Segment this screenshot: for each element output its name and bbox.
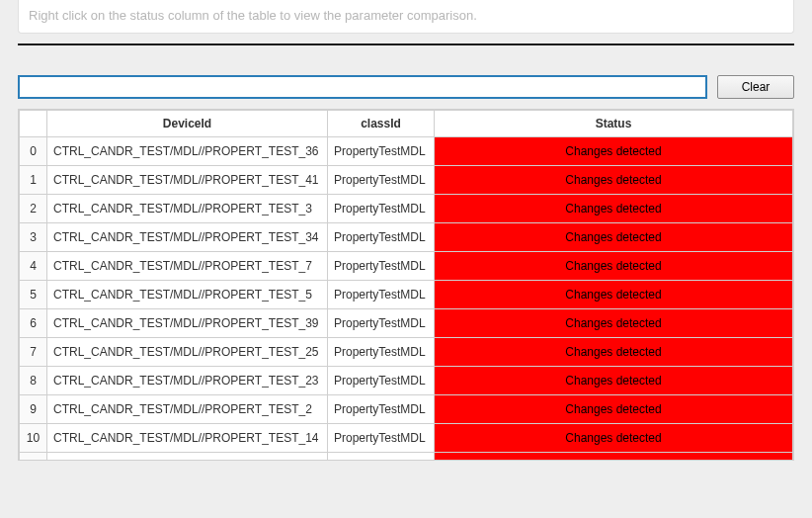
filter-row: Clear bbox=[18, 75, 794, 99]
cell-deviceid[interactable]: CTRL_CANDR_TEST/MDL//PROPERT_TEST_34 bbox=[47, 223, 328, 252]
hint-text: Right click on the status column of the … bbox=[18, 0, 794, 34]
clear-button[interactable]: Clear bbox=[717, 75, 794, 99]
cell-classid[interactable]: PropertyTestMDL bbox=[328, 252, 435, 281]
filter-input[interactable] bbox=[18, 75, 707, 99]
cell-classid[interactable]: PropertyTestMDL bbox=[328, 367, 435, 395]
row-index: 9 bbox=[20, 395, 47, 424]
row-index: 4 bbox=[20, 252, 47, 281]
row-index: 11 bbox=[20, 453, 47, 461]
cell-deviceid[interactable]: CTRL_CANDR_TEST/MDL//PROPERT_TEST_25 bbox=[47, 338, 328, 367]
row-index: 10 bbox=[20, 424, 47, 453]
cell-deviceid[interactable]: CTRL_CANDR_TEST/MDL//PROPERT_TEST_41 bbox=[47, 166, 328, 195]
cell-deviceid[interactable]: CTRL_CANDR_TEST/MDL//PROPERT_TEST_36 bbox=[47, 137, 328, 166]
cell-classid[interactable]: PropertyTestMDL bbox=[328, 223, 435, 252]
cell-deviceid[interactable]: CTRL_CANDR_TEST/MDL//PROPERT_TEST_3 bbox=[47, 195, 328, 223]
table-row: 11CTRL_CANDR_TEST/MDL//PROPERT_TEST_9Pro… bbox=[20, 453, 793, 461]
table-scroll[interactable]: DeviceId classId Status 0CTRL_CANDR_TEST… bbox=[19, 110, 793, 460]
table-row: 8CTRL_CANDR_TEST/MDL//PROPERT_TEST_23Pro… bbox=[20, 367, 793, 395]
cell-classid[interactable]: PropertyTestMDL bbox=[328, 137, 435, 166]
col-header-deviceid[interactable]: DeviceId bbox=[47, 111, 328, 137]
row-index: 1 bbox=[20, 166, 47, 195]
cell-deviceid[interactable]: CTRL_CANDR_TEST/MDL//PROPERT_TEST_39 bbox=[47, 309, 328, 338]
cell-status[interactable]: Changes detected bbox=[435, 252, 793, 281]
cell-status[interactable]: Changes detected bbox=[435, 166, 793, 195]
row-index: 3 bbox=[20, 223, 47, 252]
cell-classid[interactable]: PropertyTestMDL bbox=[328, 424, 435, 453]
cell-status[interactable]: Changes detected bbox=[435, 367, 793, 395]
cell-deviceid[interactable]: CTRL_CANDR_TEST/MDL//PROPERT_TEST_23 bbox=[47, 367, 328, 395]
table-row: 4CTRL_CANDR_TEST/MDL//PROPERT_TEST_7Prop… bbox=[20, 252, 793, 281]
col-header-status[interactable]: Status bbox=[435, 111, 793, 137]
table-row: 9CTRL_CANDR_TEST/MDL//PROPERT_TEST_2Prop… bbox=[20, 395, 793, 424]
table-row: 10CTRL_CANDR_TEST/MDL//PROPERT_TEST_14Pr… bbox=[20, 424, 793, 453]
divider bbox=[18, 43, 794, 45]
table-row: 0CTRL_CANDR_TEST/MDL//PROPERT_TEST_36Pro… bbox=[20, 137, 793, 166]
cell-status[interactable]: Changes detected bbox=[435, 195, 793, 223]
cell-status[interactable]: Changes detected bbox=[435, 338, 793, 367]
cell-status[interactable]: Changes detected bbox=[435, 453, 793, 461]
table-row: 7CTRL_CANDR_TEST/MDL//PROPERT_TEST_25Pro… bbox=[20, 338, 793, 367]
cell-status[interactable]: Changes detected bbox=[435, 395, 793, 424]
cell-status[interactable]: Changes detected bbox=[435, 424, 793, 453]
results-table: DeviceId classId Status 0CTRL_CANDR_TEST… bbox=[18, 109, 794, 461]
col-header-classid[interactable]: classId bbox=[328, 111, 435, 137]
cell-classid[interactable]: PropertyTestMDL bbox=[328, 453, 435, 461]
cell-status[interactable]: Changes detected bbox=[435, 281, 793, 309]
table-row: 5CTRL_CANDR_TEST/MDL//PROPERT_TEST_5Prop… bbox=[20, 281, 793, 309]
cell-classid[interactable]: PropertyTestMDL bbox=[328, 166, 435, 195]
cell-classid[interactable]: PropertyTestMDL bbox=[328, 195, 435, 223]
table-row: 3CTRL_CANDR_TEST/MDL//PROPERT_TEST_34Pro… bbox=[20, 223, 793, 252]
row-index: 7 bbox=[20, 338, 47, 367]
cell-deviceid[interactable]: CTRL_CANDR_TEST/MDL//PROPERT_TEST_7 bbox=[47, 252, 328, 281]
table-row: 2CTRL_CANDR_TEST/MDL//PROPERT_TEST_3Prop… bbox=[20, 195, 793, 223]
row-index: 0 bbox=[20, 137, 47, 166]
cell-deviceid[interactable]: CTRL_CANDR_TEST/MDL//PROPERT_TEST_14 bbox=[47, 424, 328, 453]
cell-status[interactable]: Changes detected bbox=[435, 309, 793, 338]
cell-status[interactable]: Changes detected bbox=[435, 223, 793, 252]
cell-classid[interactable]: PropertyTestMDL bbox=[328, 281, 435, 309]
col-header-index[interactable] bbox=[20, 111, 47, 137]
table-header-row: DeviceId classId Status bbox=[20, 111, 793, 137]
cell-classid[interactable]: PropertyTestMDL bbox=[328, 338, 435, 367]
cell-deviceid[interactable]: CTRL_CANDR_TEST/MDL//PROPERT_TEST_9 bbox=[47, 453, 328, 461]
table-row: 6CTRL_CANDR_TEST/MDL//PROPERT_TEST_39Pro… bbox=[20, 309, 793, 338]
cell-classid[interactable]: PropertyTestMDL bbox=[328, 309, 435, 338]
cell-deviceid[interactable]: CTRL_CANDR_TEST/MDL//PROPERT_TEST_5 bbox=[47, 281, 328, 309]
cell-deviceid[interactable]: CTRL_CANDR_TEST/MDL//PROPERT_TEST_2 bbox=[47, 395, 328, 424]
row-index: 6 bbox=[20, 309, 47, 338]
row-index: 8 bbox=[20, 367, 47, 395]
row-index: 5 bbox=[20, 281, 47, 309]
cell-status[interactable]: Changes detected bbox=[435, 137, 793, 166]
cell-classid[interactable]: PropertyTestMDL bbox=[328, 395, 435, 424]
row-index: 2 bbox=[20, 195, 47, 223]
table-row: 1CTRL_CANDR_TEST/MDL//PROPERT_TEST_41Pro… bbox=[20, 166, 793, 195]
